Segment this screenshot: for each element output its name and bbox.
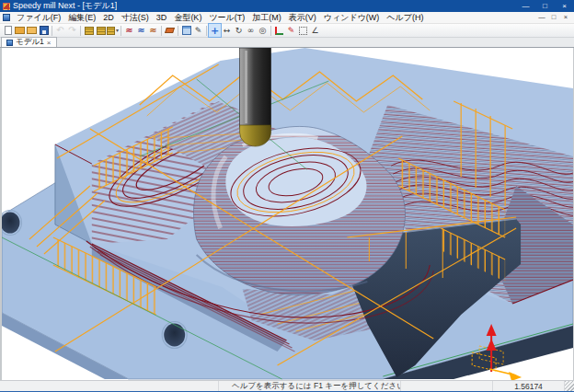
shading-mode-1-button[interactable]: [83, 24, 95, 37]
status-cell-spare: [401, 381, 493, 391]
menu-item-view[interactable]: 表示(V): [285, 12, 320, 23]
edit-select-button[interactable]: ✎: [192, 24, 204, 37]
redo-button[interactable]: ↷: [66, 24, 78, 37]
menu-item-window[interactable]: ウィンドウ(W): [320, 12, 384, 23]
open-folder-button[interactable]: [26, 24, 38, 37]
document-icon[interactable]: [3, 14, 10, 21]
open-button[interactable]: [14, 24, 26, 37]
mdi-restore-button[interactable]: □: [549, 12, 558, 23]
grid-icon: [299, 27, 307, 35]
menu-item-tool[interactable]: ツール(T): [205, 12, 248, 23]
resize-grip[interactable]: [565, 381, 574, 391]
mdi-window-controls: — □ ×: [537, 12, 574, 23]
minimize-button[interactable]: —: [516, 0, 535, 12]
dropdown-caret-icon: ▾: [116, 28, 119, 33]
angle-measure-button[interactable]: ∠: [309, 24, 321, 37]
shading-mode-2-button[interactable]: [95, 24, 107, 37]
toolbar-separator: [80, 26, 81, 36]
status-bar: ヘルプを表示するには F1 キーを押してください。 1.56174: [0, 380, 574, 391]
tab-label: モデル1: [16, 37, 44, 48]
menu-item-mold[interactable]: 金型(K): [170, 12, 205, 23]
document-tab-bar: モデル1 ×: [0, 38, 574, 48]
curve-icon: ≈: [137, 26, 144, 35]
shading-icon: [85, 27, 94, 35]
move-arrows-icon: ↔: [224, 27, 231, 35]
pan-icon: +: [211, 26, 219, 36]
viewport[interactable]: [0, 48, 574, 380]
open-folder-icon: [15, 27, 25, 34]
toolbar-separator: [178, 26, 178, 36]
app-logo-icon: [3, 3, 10, 10]
toolbar-separator: [206, 26, 207, 36]
viewport-3d-scene: [2, 48, 573, 380]
menu-item-edit[interactable]: 編集(E): [64, 12, 99, 23]
menu-item-help[interactable]: ヘルプ(H): [383, 12, 427, 23]
toolbar-separator: [121, 26, 121, 36]
new-file-button[interactable]: [2, 24, 14, 37]
folder-icon: [27, 27, 37, 34]
save-button[interactable]: [38, 24, 50, 37]
tool-shank: [240, 48, 271, 127]
menu-item-file[interactable]: ファイル(F): [13, 12, 64, 23]
menu-item-2d[interactable]: 2D: [99, 12, 118, 23]
rotate-view-button[interactable]: ↻: [233, 24, 245, 37]
tab-close-icon[interactable]: ×: [47, 39, 52, 47]
mdi-minimize-button[interactable]: —: [537, 12, 546, 23]
toolbar-separator: [52, 26, 52, 36]
new-file-icon: [5, 26, 12, 35]
save-icon: [40, 26, 49, 35]
tab-model1[interactable]: モデル1 ×: [1, 37, 57, 47]
link-icon: ∞: [247, 27, 255, 35]
curve-icon: ≈: [149, 26, 156, 35]
eraser-icon: [165, 28, 175, 33]
close-button[interactable]: ×: [555, 0, 574, 12]
panel-icon: [182, 26, 191, 35]
angle-icon: ∠: [311, 27, 318, 35]
curve-tool-3-button[interactable]: ≈: [147, 24, 159, 37]
measure-button[interactable]: ✎: [285, 24, 297, 37]
undo-icon: ↶: [56, 26, 63, 35]
coordinate-axes-button[interactable]: [273, 24, 285, 37]
undo-button[interactable]: ↶: [54, 24, 66, 37]
bolt-hole: [2, 211, 21, 236]
toolbar-separator: [270, 26, 271, 36]
redo-icon: ↷: [68, 26, 75, 35]
axes-icon: [275, 27, 283, 35]
shading-mode-3-button[interactable]: ▾: [107, 24, 119, 37]
pan-view-button[interactable]: +: [209, 24, 221, 37]
curve-tool-2-button[interactable]: ≈: [135, 24, 147, 37]
toolbar: ↶ ↷ ▾ ≈ ≈ ≈ ✎ + ↔ ↻ ∞ ◎ ✎ ∠: [0, 24, 574, 38]
window-controls: — □ ×: [516, 0, 574, 12]
grid-snap-button[interactable]: [297, 24, 309, 37]
bolt-hole: [162, 322, 187, 349]
fit-view-button[interactable]: ◎: [257, 24, 269, 37]
maximize-button[interactable]: □: [535, 0, 555, 12]
curve-tool-1-button[interactable]: ≈: [123, 24, 135, 37]
cutting-tool: [240, 48, 271, 146]
eraser-button[interactable]: [164, 24, 176, 37]
menu-bar: ファイル(F) 編集(E) 2D 寸法(S) 3D 金型(K) ツール(T) 加…: [0, 12, 574, 24]
status-help-text: ヘルプを表示するには F1 キーを押してください。: [219, 381, 401, 391]
status-cell-left: [0, 381, 219, 391]
status-zoom-value: 1.56174: [493, 381, 565, 391]
measure-pencil-icon: ✎: [288, 27, 295, 35]
shading-icon: [107, 27, 115, 35]
titlebar: Speedy mill Next - [モデル1] — □ ×: [0, 0, 574, 12]
model-icon: [6, 40, 13, 46]
layer-panel-button[interactable]: [180, 24, 192, 37]
move-view-button[interactable]: ↔: [221, 24, 233, 37]
menu-item-dimension[interactable]: 寸法(S): [118, 12, 153, 23]
fit-view-icon: ◎: [259, 27, 267, 35]
link-views-button[interactable]: ∞: [245, 24, 257, 37]
rotate-icon: ↻: [235, 27, 243, 35]
curve-icon: ≈: [125, 26, 132, 35]
menu-item-machining[interactable]: 加工(M): [248, 12, 285, 23]
menu-item-3d[interactable]: 3D: [153, 12, 171, 23]
application-window: Speedy mill Next - [モデル1] — □ × ファイル(F) …: [0, 0, 574, 392]
mdi-close-button[interactable]: ×: [561, 12, 570, 23]
shading-icon: [97, 27, 106, 35]
edit-pencil-icon: ✎: [195, 27, 202, 35]
toolbar-separator: [161, 26, 162, 36]
window-title: Speedy mill Next - [モデル1]: [13, 0, 117, 12]
